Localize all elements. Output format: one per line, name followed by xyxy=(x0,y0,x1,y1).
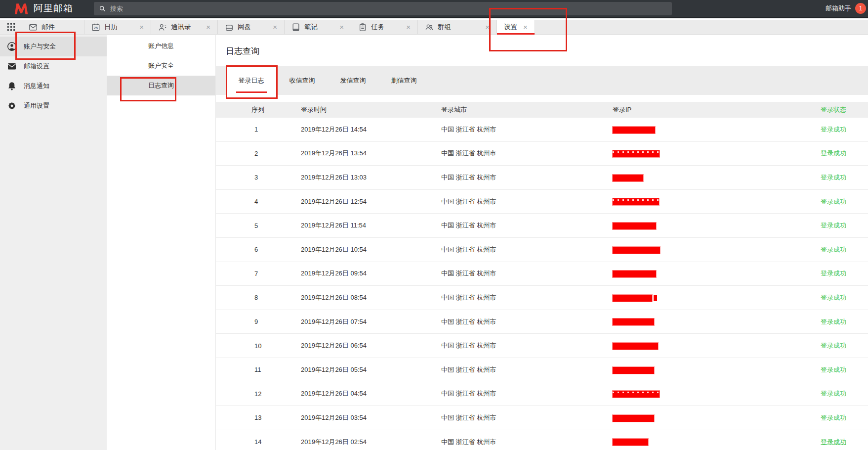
nav-item-账户信息[interactable]: 账户信息 xyxy=(107,36,215,56)
app-tab-label: 通讯录 xyxy=(171,23,191,32)
table-row: 5 2019年12月26日 11:54 中国 浙江省 杭州市 登录成功 xyxy=(216,214,868,238)
app-launcher-button[interactable] xyxy=(0,20,22,34)
sidebar-item-label: 通用设置 xyxy=(24,101,49,110)
sidebar-item-账户与安全[interactable]: 账户与安全 xyxy=(0,37,107,56)
table-row: 6 2019年12月26日 10:54 中国 浙江省 杭州市 登录成功 xyxy=(216,238,868,262)
cell-login-city: 中国 浙江省 杭州市 xyxy=(441,293,613,302)
cell-login-city: 中国 浙江省 杭州市 xyxy=(441,245,613,254)
cell-login-time: 2019年12月26日 04:54 xyxy=(301,389,441,398)
nav-item-日志查询[interactable]: 日志查询 xyxy=(107,76,215,95)
cell-seq: 9 xyxy=(251,318,301,325)
app-tab-任务[interactable]: 任务 × xyxy=(351,20,418,34)
nav-item-账户安全[interactable]: 账户安全 xyxy=(107,56,215,76)
column-header-city: 登录城市 xyxy=(441,105,613,114)
query-tab-登录日志[interactable]: 登录日志 xyxy=(226,66,277,95)
app-tab-笔记[interactable]: 笔记 × xyxy=(285,20,351,34)
cell-login-city: 中国 浙江省 杭州市 xyxy=(441,125,613,134)
ip-redaction-block xyxy=(613,127,655,134)
sidebar-item-label: 邮箱设置 xyxy=(24,62,49,71)
sidebar-item-label: 消息通知 xyxy=(24,82,49,90)
table-row: 9 2019年12月26日 07:54 中国 浙江省 杭州市 登录成功 xyxy=(216,310,868,334)
nav-item-label: 账户信息 xyxy=(148,42,174,50)
cell-login-ip xyxy=(613,438,820,446)
query-tab-label: 登录日志 xyxy=(239,76,264,85)
app-tab-邮件[interactable]: 邮件 xyxy=(22,20,84,34)
mail-settings-icon xyxy=(7,61,17,71)
cell-login-status: 登录成功 xyxy=(820,341,846,350)
cell-seq: 6 xyxy=(251,246,301,253)
cell-login-status: 登录成功 xyxy=(820,149,846,158)
search-box[interactable] xyxy=(94,2,672,15)
close-icon[interactable]: × xyxy=(204,22,212,32)
cell-login-status: 登录成功 xyxy=(820,197,846,206)
table-row: 10 2019年12月26日 06:54 中国 浙江省 杭州市 登录成功 xyxy=(216,334,868,358)
column-header-status: 登录状态 xyxy=(820,105,846,114)
query-tab-label: 发信查询 xyxy=(340,76,366,85)
app-tab-网盘[interactable]: 网盘 × xyxy=(218,20,285,34)
close-icon[interactable]: × xyxy=(271,22,279,32)
notification-badge[interactable]: 1 xyxy=(855,3,866,14)
app-tab-群组[interactable]: 群组 × xyxy=(418,20,497,34)
cell-login-ip xyxy=(613,222,820,229)
mail-assistant-link[interactable]: 邮箱助手 xyxy=(826,4,851,13)
grid-icon xyxy=(6,22,16,32)
app-tab-label: 任务 xyxy=(371,23,384,32)
cell-login-status: 登录成功 xyxy=(820,221,846,230)
settings-sidebar: 账户与安全 邮箱设置 消息通知 通用设置 xyxy=(0,35,107,450)
table-row: 2 2019年12月26日 13:54 中国 浙江省 杭州市 登录成功 xyxy=(216,142,868,166)
cell-login-ip xyxy=(613,390,820,398)
query-tab-删信查询[interactable]: 删信查询 xyxy=(378,66,429,95)
cell-login-ip xyxy=(613,150,820,158)
cell-seq: 12 xyxy=(251,390,301,398)
calendar-icon xyxy=(91,23,100,32)
ip-redaction-block xyxy=(613,175,643,181)
app-tab-label: 笔记 xyxy=(304,23,318,32)
search-input[interactable] xyxy=(110,5,667,12)
close-icon[interactable]: × xyxy=(521,22,530,32)
sidebar-item-消息通知[interactable]: 消息通知 xyxy=(0,76,107,96)
cell-login-time: 2019年12月26日 13:54 xyxy=(301,149,441,158)
close-icon[interactable]: × xyxy=(337,22,346,32)
cell-login-city: 中国 浙江省 杭州市 xyxy=(441,341,613,350)
page-title: 日志查询 xyxy=(226,45,868,57)
app-tab-日历[interactable]: 日历 × xyxy=(84,20,151,34)
cell-login-city: 中国 浙江省 杭州市 xyxy=(441,149,613,158)
tasks-icon xyxy=(358,23,367,32)
app-tab-通讯录[interactable]: 通讯录 × xyxy=(151,20,218,34)
app-tab-label: 邮件 xyxy=(41,23,55,32)
close-icon[interactable]: × xyxy=(404,22,413,32)
close-icon[interactable]: × xyxy=(483,22,492,32)
ip-redaction-block xyxy=(613,270,656,277)
table-row: 8 2019年12月26日 08:54 中国 浙江省 杭州市 登录成功 xyxy=(216,286,868,310)
cell-seq: 3 xyxy=(251,174,301,181)
table-row: 7 2019年12月26日 09:54 中国 浙江省 杭州市 登录成功 xyxy=(216,262,868,286)
cell-login-status: 登录成功 xyxy=(820,269,846,278)
search-icon xyxy=(99,5,106,12)
ip-redaction-block xyxy=(613,391,660,398)
table-row: 11 2019年12月26日 05:54 中国 浙江省 杭州市 登录成功 xyxy=(216,358,868,382)
app-tab-设置[interactable]: 设置 × xyxy=(497,20,535,34)
query-tab-发信查询[interactable]: 发信查询 xyxy=(328,66,378,95)
app-tab-label: 群组 xyxy=(438,23,451,32)
query-tab-收信查询[interactable]: 收信查询 xyxy=(277,66,328,95)
ip-redaction-block xyxy=(613,223,656,229)
close-icon[interactable]: × xyxy=(137,22,146,32)
sidebar-item-邮箱设置[interactable]: 邮箱设置 xyxy=(0,56,107,76)
account-security-nav: 账户信息 账户安全 日志查询 xyxy=(107,35,216,450)
cell-login-status: 登录成功 xyxy=(820,413,846,422)
app-tab-label: 日历 xyxy=(104,23,118,32)
ip-redaction-block xyxy=(613,439,648,446)
log-query-tabs: 登录日志 收信查询 发信查询 删信查询 xyxy=(216,66,868,95)
cell-login-ip xyxy=(613,318,820,326)
cell-login-status: 登录成功 xyxy=(820,245,846,254)
cell-login-status: 登录成功 xyxy=(820,389,846,398)
mail-icon xyxy=(29,23,38,32)
cell-login-city: 中国 浙江省 杭州市 xyxy=(441,173,613,182)
cell-login-status: 登录成功 xyxy=(820,173,846,182)
nav-item-label: 账户安全 xyxy=(148,61,174,70)
cell-login-time: 2019年12月26日 06:54 xyxy=(301,341,441,350)
cell-seq: 8 xyxy=(251,294,301,301)
notes-icon xyxy=(291,23,300,32)
sidebar-item-label: 账户与安全 xyxy=(24,42,56,51)
sidebar-item-通用设置[interactable]: 通用设置 xyxy=(0,96,107,116)
